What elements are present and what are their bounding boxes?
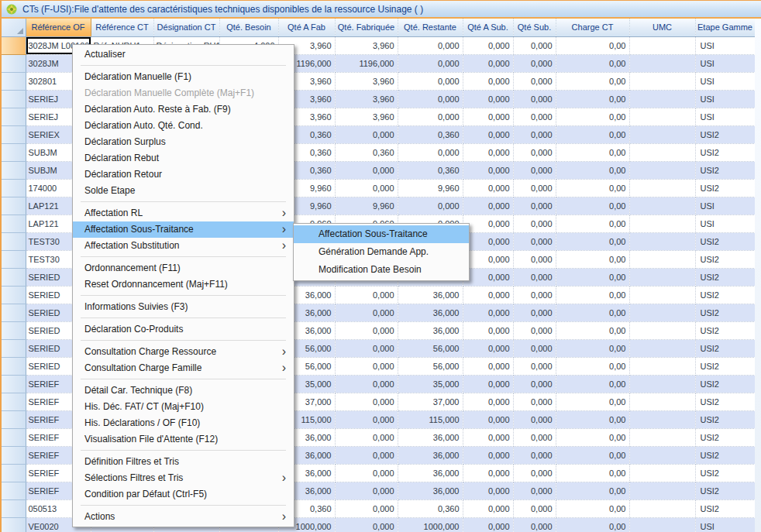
cell-asub[interactable]: 0,000 xyxy=(463,482,513,499)
cell-charge[interactable]: 0,00 xyxy=(556,410,629,428)
cell-asub[interactable]: 0,000 xyxy=(463,179,513,197)
cell-charge[interactable]: 0,00 xyxy=(556,125,629,143)
cell-umc[interactable] xyxy=(629,304,695,321)
cell-umc[interactable] xyxy=(629,517,695,532)
cell-restante[interactable]: 0,000 xyxy=(398,143,463,161)
cell-etape[interactable]: USI xyxy=(695,54,755,72)
cell-asub[interactable]: 0,000 xyxy=(463,304,513,321)
cell-charge[interactable]: 0,00 xyxy=(556,72,629,90)
cell-restante[interactable]: 36,000 xyxy=(398,464,463,482)
cell-restante[interactable]: 0,000 xyxy=(398,90,463,108)
col-header-2[interactable]: Désignation CT xyxy=(153,18,219,36)
row-header[interactable] xyxy=(2,357,26,375)
cell-sub[interactable]: 0,000 xyxy=(513,143,556,161)
cell-etape[interactable]: USI2 xyxy=(695,161,755,179)
cell-etape[interactable]: USI2 xyxy=(695,428,755,446)
cell-sub[interactable]: 0,000 xyxy=(513,232,556,250)
cell-fabriquee[interactable]: 0,000 xyxy=(335,304,398,321)
cell-asub[interactable]: 0,000 xyxy=(463,393,513,410)
row-header[interactable] xyxy=(2,499,26,517)
cell-etape[interactable]: USI2 xyxy=(695,304,755,321)
title-bar[interactable]: CTs (F-USI):File d'attente des caractéri… xyxy=(0,1,761,17)
row-header[interactable] xyxy=(2,72,26,90)
menu-item[interactable]: Affectation Sous-Traitance xyxy=(294,225,469,243)
row-header[interactable] xyxy=(2,179,26,197)
row-header[interactable] xyxy=(2,446,26,464)
cell-asub[interactable]: 0,000 xyxy=(463,410,513,428)
row-header[interactable] xyxy=(2,375,26,393)
cell-sub[interactable]: 0,000 xyxy=(513,321,556,339)
cell-sub[interactable]: 0,000 xyxy=(513,428,556,446)
cell-asub[interactable]: 0,000 xyxy=(463,143,513,161)
row-header[interactable] xyxy=(2,36,26,54)
cell-charge[interactable]: 0,00 xyxy=(556,268,629,286)
select-all-corner[interactable] xyxy=(2,18,26,36)
cell-sub[interactable]: 0,000 xyxy=(513,446,556,464)
cell-sub[interactable]: 0,000 xyxy=(513,36,556,54)
cell-asub[interactable]: 0,000 xyxy=(463,321,513,339)
cell-asub[interactable]: 0,000 xyxy=(463,446,513,464)
menu-item[interactable]: Consultation Charge Famille› xyxy=(73,360,294,376)
cell-umc[interactable] xyxy=(629,268,695,286)
row-header[interactable] xyxy=(2,428,26,446)
cell-etape[interactable]: USI xyxy=(695,90,755,108)
cell-sub[interactable]: 0,000 xyxy=(513,393,556,410)
row-header[interactable] xyxy=(2,232,26,250)
cell-fabriquee[interactable]: 9,960 xyxy=(335,197,398,215)
cell-sub[interactable]: 0,000 xyxy=(513,161,556,179)
cell-charge[interactable]: 0,00 xyxy=(556,499,629,517)
cell-sub[interactable]: 0,000 xyxy=(513,286,556,304)
menu-item[interactable]: Consultation Charge Ressource› xyxy=(73,344,294,360)
cell-fabriquee[interactable]: 3,960 xyxy=(335,108,398,125)
cell-charge[interactable]: 0,00 xyxy=(556,36,629,54)
cell-restante[interactable]: 36,000 xyxy=(398,321,463,339)
menu-item[interactable]: Déclaration Retour xyxy=(73,166,294,183)
row-header[interactable] xyxy=(2,268,26,286)
cell-umc[interactable] xyxy=(629,143,695,161)
row-header[interactable] xyxy=(2,304,26,321)
cell-umc[interactable] xyxy=(629,54,695,72)
menu-item[interactable]: Affectation Substitution› xyxy=(73,238,294,254)
cell-asub[interactable]: 0,000 xyxy=(463,197,513,215)
cell-etape[interactable]: USI2 xyxy=(695,250,755,268)
row-header[interactable] xyxy=(2,197,26,215)
cell-etape[interactable]: USI xyxy=(695,36,755,54)
menu-item[interactable]: Déclaration Manuelle Complète (Maj+F1) xyxy=(73,85,294,101)
cell-fabriquee[interactable]: 0,000 xyxy=(335,393,398,410)
cell-umc[interactable] xyxy=(629,410,695,428)
cell-umc[interactable] xyxy=(629,161,695,179)
cell-umc[interactable] xyxy=(629,286,695,304)
cell-fabriquee[interactable]: 0,000 xyxy=(335,321,398,339)
cell-fabriquee[interactable]: 3,960 xyxy=(335,90,398,108)
cell-umc[interactable] xyxy=(629,321,695,339)
col-header-8[interactable]: Qté Sub. xyxy=(513,18,556,36)
cell-sub[interactable]: 0,000 xyxy=(513,482,556,499)
cell-umc[interactable] xyxy=(629,428,695,446)
cell-sub[interactable]: 0,000 xyxy=(513,90,556,108)
cell-fabriquee[interactable]: 1196,000 xyxy=(335,54,398,72)
cell-sub[interactable]: 0,000 xyxy=(513,179,556,197)
cell-etape[interactable]: USI2 xyxy=(695,393,755,410)
cell-asub[interactable]: 0,000 xyxy=(463,250,513,268)
cell-charge[interactable]: 0,00 xyxy=(556,232,629,250)
row-header[interactable] xyxy=(2,108,26,125)
cell-asub[interactable]: 0,000 xyxy=(463,108,513,125)
cell-etape[interactable]: USI2 xyxy=(695,357,755,375)
cell-restante[interactable]: 0,000 xyxy=(398,36,463,54)
cell-sub[interactable]: 0,000 xyxy=(513,517,556,532)
cell-sub[interactable]: 0,000 xyxy=(513,339,556,357)
cell-etape[interactable]: USI2 xyxy=(695,375,755,393)
cell-asub[interactable]: 0,000 xyxy=(463,464,513,482)
row-header[interactable] xyxy=(2,517,26,532)
cell-umc[interactable] xyxy=(629,339,695,357)
cell-umc[interactable] xyxy=(629,446,695,464)
col-header-3[interactable]: Qté. Besoin xyxy=(219,18,278,36)
cell-etape[interactable]: USI2 xyxy=(695,499,755,517)
cell-asub[interactable]: 0,000 xyxy=(463,517,513,532)
cell-asub[interactable]: 0,000 xyxy=(463,357,513,375)
cell-umc[interactable] xyxy=(629,250,695,268)
menu-item[interactable]: Sélections Filtres et Tris› xyxy=(73,470,294,486)
cell-umc[interactable] xyxy=(629,464,695,482)
cell-umc[interactable] xyxy=(629,36,695,54)
row-header[interactable] xyxy=(2,482,26,499)
